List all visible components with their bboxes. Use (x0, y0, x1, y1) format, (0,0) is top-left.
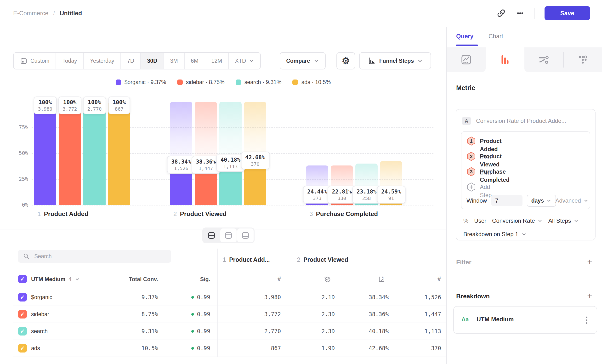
bar-count: 330 (332, 195, 352, 201)
topbar-actions: Save (497, 0, 590, 26)
breakdown-on-label: Breakdown on Step 1 (463, 231, 518, 237)
bar-pct: 38.34% (171, 158, 191, 165)
measure-metric-select[interactable]: Conversion Rate (492, 217, 543, 224)
panel-divider (446, 27, 447, 364)
bar-value-label: 40.18%1,113 (216, 154, 245, 172)
breakdown-on-select[interactable]: Breakdown on Step 1 (463, 230, 527, 238)
series-title: Conversion Rate of Product Adde... (476, 118, 566, 124)
measure-metric-label: Conversion Rate (492, 217, 535, 224)
count-icon: # (271, 275, 281, 283)
conv-rate-icon: % (378, 275, 386, 283)
add-breakdown-button[interactable]: + (587, 292, 592, 300)
report-tab-separator (563, 52, 564, 67)
query-step-name: Purchase Completed (480, 168, 510, 183)
row-label: sidebar (31, 310, 49, 318)
step-badge: 2 (466, 152, 476, 161)
tab-query-label: Query (456, 33, 473, 40)
report-tab-insights[interactable] (447, 47, 486, 72)
row-label: $organic (31, 293, 52, 301)
filter-heading: Filter (456, 259, 472, 266)
query-step-row[interactable]: Purchase Completed (480, 168, 510, 176)
panel-top-icon (224, 231, 233, 240)
link-icon[interactable] (497, 9, 506, 18)
step2-count: 370 (369, 344, 441, 352)
kebab-menu-icon[interactable] (585, 315, 588, 326)
view-toggle-split-horizontal[interactable] (203, 228, 220, 242)
bar-count: 91 (381, 195, 401, 201)
tab-chart-label: Chart (488, 33, 503, 40)
bar-value-label: 23.18%258 (352, 186, 381, 203)
sig-number: 0.99 (197, 345, 210, 351)
bar-pct: 22.81% (332, 188, 352, 195)
panel-bottom-icon (241, 231, 250, 240)
tab-chart[interactable]: Chart (488, 27, 503, 45)
flows-icon (538, 54, 550, 66)
bar-pct: 38.36% (196, 158, 216, 165)
funnel-bar[interactable] (59, 102, 81, 205)
funnel-bar[interactable] (34, 102, 56, 205)
count-icon: # (430, 275, 441, 283)
bar-count: 1,447 (196, 165, 216, 171)
bar-value-label: 100%2,770 (83, 96, 106, 114)
sig-dot (191, 313, 194, 316)
more-menu-icon[interactable] (515, 8, 525, 18)
advanced-label: Advanced (555, 197, 581, 204)
window-unit-label: days (531, 198, 544, 204)
view-toggle-panel-top[interactable] (220, 228, 236, 242)
report-tab-retention[interactable] (563, 47, 602, 72)
bar-count: 370 (245, 161, 265, 167)
bar-count: 1,113 (221, 163, 240, 170)
window-unit-select[interactable]: days (527, 195, 556, 207)
total-conv-value: 9.37% (86, 293, 158, 301)
sig-value: 0.99 (162, 310, 210, 318)
measure-entity[interactable]: User (474, 217, 486, 224)
bar-pct: 23.18% (356, 188, 376, 195)
view-toggle-panel-bottom[interactable] (237, 228, 254, 242)
breakdown-heading: Breakdown (456, 293, 490, 300)
split-horizontal-icon (207, 231, 216, 240)
row-label: ads (31, 344, 40, 352)
insights-icon (460, 54, 472, 66)
add-step-button[interactable]: Add Step (480, 183, 492, 191)
bar-pct: 24.59% (381, 188, 401, 195)
bar-pct: 40.18% (221, 156, 240, 163)
add-step-icon (466, 182, 476, 192)
metric-series-row[interactable]: A Conversion Rate of Product Adde... (462, 117, 566, 125)
step2-count: 1,113 (369, 327, 441, 335)
bar-value-label: 22.81%330 (328, 186, 356, 203)
window-value-input[interactable]: 7 (491, 195, 523, 206)
report-tab-flows[interactable] (524, 47, 563, 72)
bar-count: 258 (356, 195, 376, 201)
breakdown-item-name: UTM Medium (476, 316, 514, 323)
step2-count: 1,526 (369, 293, 441, 301)
step-badge-number: 1 (466, 136, 476, 146)
bar-count: 3,772 (63, 106, 77, 112)
total-conv-value: 10.5% (86, 344, 158, 352)
add-filter-button[interactable]: + (587, 258, 592, 266)
measure-scope-select[interactable]: All Steps (548, 217, 579, 224)
funnel-bar[interactable] (83, 102, 106, 205)
sig-value: 0.99 (162, 293, 210, 301)
sig-dot (191, 330, 194, 333)
measure-prefix[interactable]: % (463, 217, 468, 224)
sig-number: 0.99 (197, 311, 210, 317)
save-button[interactable]: Save (545, 6, 590, 20)
advanced-toggle[interactable]: Advanced (558, 197, 589, 205)
breakdown-item-card[interactable]: Aa UTM Medium (453, 306, 597, 334)
row-checkbox[interactable]: ✓ (18, 310, 27, 319)
bar-value-label: 100%867 (108, 96, 130, 114)
row-checkbox[interactable]: ✓ (18, 327, 27, 335)
window-label: Window (466, 197, 487, 205)
query-step-row[interactable]: Product Viewed then (480, 152, 502, 161)
funnel-icon (499, 54, 511, 66)
tab-query[interactable]: Query (456, 27, 473, 45)
row-divider (13, 357, 446, 357)
bar-value-label: 42.68%370 (241, 152, 269, 169)
topbar-divider (535, 8, 535, 19)
row-checkbox[interactable]: ✓ (18, 344, 27, 353)
query-step-row[interactable]: Product Added then (480, 137, 502, 145)
row-checkbox[interactable]: ✓ (18, 293, 27, 301)
funnel-bar[interactable] (108, 102, 130, 205)
report-tab-funnel[interactable] (486, 47, 524, 72)
sig-dot (191, 296, 194, 299)
